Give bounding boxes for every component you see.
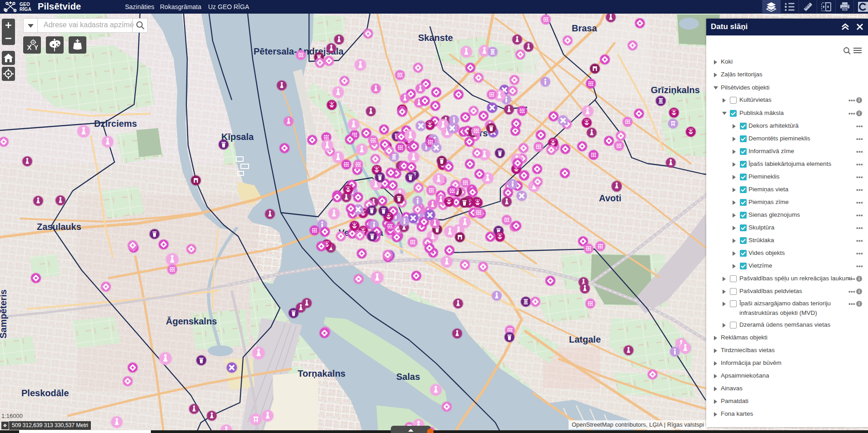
svg-text:Salas: Salas <box>396 372 420 382</box>
svg-text:Pleskodāle: Pleskodāle <box>21 388 69 398</box>
svg-text:Latgale: Latgale <box>569 334 601 344</box>
svg-text:Zasulauks: Zasulauks <box>37 222 81 232</box>
svg-text:Brasa: Brasa <box>572 23 597 33</box>
svg-text:Torņakalns: Torņakalns <box>298 368 345 378</box>
svg-text:Avoti: Avoti <box>599 193 621 203</box>
svg-text:Šampēteris: Šampēteris <box>0 289 8 338</box>
svg-text:Skanste: Skanste <box>418 33 453 43</box>
svg-text:Grīziņkalns: Grīziņkalns <box>651 85 700 95</box>
svg-text:Dzirciems: Dzirciems <box>94 119 137 129</box>
svg-text:Āgenskalns: Āgenskalns <box>166 316 217 326</box>
